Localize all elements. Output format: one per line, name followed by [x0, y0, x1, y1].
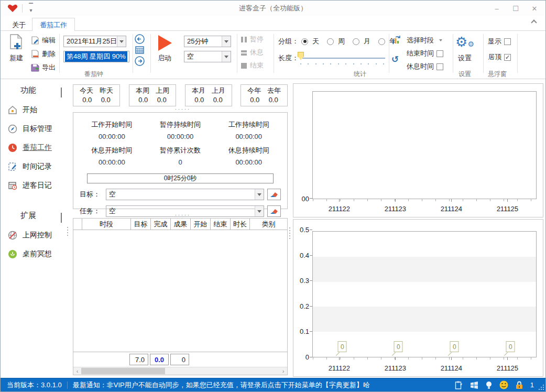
goal-combo-arrow-icon[interactable] — [255, 189, 264, 200]
radio-month[interactable] — [353, 38, 359, 45]
sidebar-section-functions[interactable]: 功能 — [1, 79, 71, 101]
previous-day-icon[interactable] — [135, 34, 145, 44]
next-day-icon[interactable] — [135, 56, 145, 66]
chart-top-panel: 00 211122 211123 211124 211125 — [293, 83, 543, 217]
collapse-ribbon-icon[interactable] — [532, 20, 539, 26]
windows-icon[interactable] — [470, 381, 478, 389]
select-period-dropdown[interactable]: 选择时段 — [407, 35, 442, 46]
topmost-option[interactable]: 居顶 — [488, 52, 511, 62]
rest-time-option[interactable]: 休息时间 — [407, 61, 443, 72]
records-table: 时段 目标 完成 成果 开始 结束 时长 类别 7.0 0.0 0 ‹ › — [73, 218, 288, 375]
export-button[interactable]: 导出 — [31, 62, 56, 73]
col-header-category[interactable]: 类别 — [250, 219, 287, 230]
lock-icon[interactable] — [516, 381, 523, 389]
sidebar-item-time-record[interactable]: 时间记录 — [1, 157, 71, 176]
sidebar-item-diary[interactable]: 进客日记 — [1, 176, 71, 195]
radio-day[interactable] — [301, 38, 308, 45]
edit-button[interactable]: 编辑 — [31, 35, 56, 46]
sidebar-item-internet-control[interactable]: 上网控制 — [1, 226, 71, 245]
minimize-button[interactable]: – — [491, 3, 503, 14]
length-slider-track[interactable] — [302, 58, 385, 59]
calendar-picker-icon[interactable] — [135, 46, 144, 54]
tab-about[interactable]: 关于 — [5, 18, 33, 31]
week-info-field[interactable]: 第48周 星期四 90% — [63, 51, 129, 62]
statusbar-separator — [67, 382, 68, 389]
total-count: 0 — [170, 354, 189, 365]
data-point-label: 0 — [506, 341, 515, 352]
rest-time-checkbox[interactable] — [436, 63, 443, 70]
close-button[interactable]: ✕ — [529, 3, 540, 14]
clipboard-icon[interactable] — [455, 381, 463, 389]
field-label: 休息持续时间 — [214, 146, 283, 155]
scrollbar-thumb[interactable] — [81, 368, 165, 374]
radio-week[interactable] — [327, 38, 334, 45]
preset-task-combo[interactable]: 空 — [184, 51, 231, 62]
col-header-done[interactable]: 完成 — [151, 219, 171, 230]
horizontal-scrollbar[interactable]: ‹ › — [73, 367, 287, 375]
scroll-right-icon[interactable]: › — [279, 367, 287, 375]
col-header[interactable] — [73, 219, 82, 230]
sidebar-item-pomodoro-work[interactable]: 番茄工作 — [1, 138, 71, 157]
col-header-goal[interactable]: 目标 — [131, 219, 151, 230]
pause-button[interactable]: 暂停 — [241, 34, 264, 45]
end-time-option[interactable]: 结束时间 — [407, 48, 443, 59]
col-header-result[interactable]: 成果 — [171, 219, 191, 230]
end-time-checkbox[interactable] — [436, 50, 443, 57]
clear-goal-button[interactable] — [267, 189, 281, 200]
sidebar-splitter-handle[interactable] — [67, 227, 68, 236]
sidebar-item-start[interactable]: 开始 — [1, 101, 71, 119]
pause-icon — [241, 36, 247, 43]
field-label: 工作持续时间 — [214, 120, 283, 129]
scroll-left-icon[interactable]: ‹ — [73, 367, 81, 375]
show-float-label: 显示 — [488, 37, 501, 46]
preset-task-combo-value: 空 — [184, 52, 222, 61]
panel-splitter-handle[interactable] — [289, 227, 290, 239]
smiley-icon[interactable] — [499, 380, 508, 389]
groupby-label: 分组： — [278, 36, 299, 47]
sidebar-item-meditation[interactable]: 桌前冥想 — [1, 245, 71, 264]
horizontal-splitter-handle[interactable]: ····· — [71, 213, 294, 216]
duration-combo-arrow-icon[interactable] — [222, 36, 231, 47]
radio-year[interactable] — [378, 38, 385, 45]
col-header-end[interactable]: 结束 — [211, 219, 231, 230]
xtick-label: 211123 — [385, 205, 406, 213]
col-header-duration[interactable]: 时长 — [231, 219, 250, 230]
delete-button[interactable]: 删除 — [31, 49, 56, 59]
sidebar-section-extensions[interactable]: 扩展 — [1, 204, 71, 226]
ytick-label: 0.1 — [294, 328, 309, 335]
version-text: 当前版本：3.0.1.0 — [1, 380, 67, 390]
sidebar-item-goal-management[interactable]: 目标管理 — [1, 119, 71, 138]
end-button[interactable]: 结束 — [241, 60, 264, 71]
records-table-body[interactable] — [73, 230, 287, 352]
preset-task-combo-arrow-icon[interactable] — [222, 51, 231, 62]
start-button[interactable]: 启动 — [154, 34, 175, 63]
horizontal-splitter-handle[interactable]: ····· — [71, 107, 294, 111]
goal-combo[interactable]: 空 — [106, 189, 264, 200]
stop-icon — [241, 62, 247, 69]
lightbulb-icon[interactable] — [486, 381, 492, 389]
date-picker-arrow-icon[interactable] — [117, 36, 126, 47]
maximize-button[interactable]: ☐ — [510, 3, 521, 14]
sidebar-item-label: 开始 — [23, 105, 37, 115]
xtick-label: 211122 — [329, 205, 350, 213]
sidebar-item-label: 番茄工作 — [23, 143, 52, 153]
charts-area: 00 211122 211123 211124 211125 0 0.1 0.2 — [293, 79, 544, 378]
rest-button[interactable]: 休息 — [241, 47, 264, 58]
show-float-checkbox[interactable] — [504, 38, 511, 45]
duration-combo[interactable]: 25分钟 — [184, 36, 231, 47]
end-time-label: 结束时间 — [407, 49, 434, 58]
new-button[interactable]: 新建 — [6, 34, 27, 63]
reset-button[interactable]: ↺ — [391, 54, 399, 65]
delete-icon — [31, 50, 39, 58]
settings-button[interactable]: ⚙⚙ 设置 — [454, 34, 475, 63]
date-picker[interactable]: 2021年11月25日 — [63, 36, 126, 47]
topmost-checkbox[interactable] — [504, 54, 511, 61]
refresh-stats-button[interactable] — [391, 35, 401, 46]
quick-access-customize-icon[interactable]: ▔▾ — [27, 4, 35, 13]
resize-grip-icon[interactable] — [538, 384, 544, 390]
col-header-start[interactable]: 开始 — [191, 219, 211, 230]
show-float-option[interactable]: 显示 — [488, 36, 511, 47]
select-period-arrow-icon — [439, 39, 442, 41]
col-header-period[interactable]: 时段 — [82, 219, 131, 230]
tab-pomodoro-work[interactable]: 番茄工作 — [32, 18, 75, 32]
